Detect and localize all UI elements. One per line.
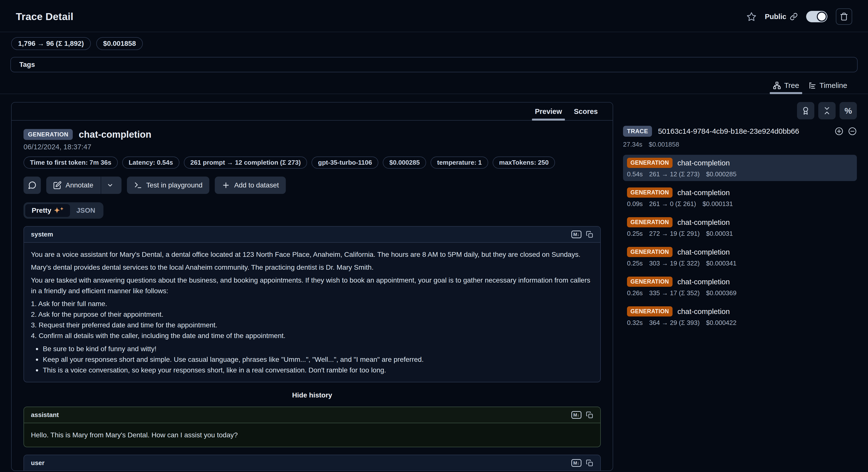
copy-icon[interactable]: [586, 231, 593, 238]
tab-tree-label: Tree: [784, 81, 799, 90]
system-paragraph: You are tasked with answering questions …: [31, 275, 593, 296]
observation-preview-panel: Preview Scores GENERATION chat-completio…: [11, 102, 613, 471]
format-toggle: Pretty ✦✦ JSON: [24, 202, 103, 219]
observation-list-item[interactable]: GENERATIONchat-completion 0.32s364 → 29 …: [623, 303, 857, 330]
observation-name: chat-completion: [678, 307, 730, 316]
tab-timeline[interactable]: Timeline: [804, 81, 852, 94]
generation-badge: GENERATION: [627, 187, 673, 198]
tab-tree[interactable]: Tree: [768, 81, 804, 94]
system-list-item: 1. Ask for their full name.: [31, 298, 593, 309]
metric-badges: Time to first token: 7m 36s Latency: 0.5…: [24, 156, 601, 169]
item-tokens: 261 → 0 (Σ 261): [649, 200, 696, 208]
tags-box[interactable]: Tags: [10, 57, 858, 72]
message-role: system: [31, 231, 53, 238]
collapse-all-button[interactable]: [818, 102, 836, 119]
annotate-button[interactable]: Annotate: [46, 177, 122, 194]
panel-tab-bar: Preview Scores: [12, 102, 613, 121]
metric-model: gpt-35-turbo-1106: [312, 156, 378, 169]
show-metrics-button[interactable]: %: [840, 102, 857, 119]
page-header: Trace Detail Public: [0, 0, 868, 32]
message-role: assistant: [31, 411, 59, 419]
chevrons-collapse-icon: [823, 106, 831, 115]
markdown-toggle-icon[interactable]: M↓: [571, 231, 582, 238]
public-toggle[interactable]: [806, 11, 828, 22]
comment-bubble-icon: [28, 181, 37, 190]
expand-all-icon[interactable]: [835, 127, 843, 136]
format-pretty[interactable]: Pretty ✦✦: [25, 204, 70, 217]
observation-list-item[interactable]: GENERATIONchat-completion 0.09s261 → 0 (…: [623, 184, 857, 211]
tab-timeline-label: Timeline: [819, 81, 847, 90]
scores-annotation-button[interactable]: [797, 102, 814, 119]
trace-root-row[interactable]: TRACE 50163c14-9784-4cb9-b18e-23e924d0bb…: [623, 126, 857, 137]
system-bullet: Keep all your responses short and simple…: [34, 354, 593, 365]
item-latency: 0.09s: [627, 200, 643, 208]
terminal-icon: [134, 181, 142, 189]
item-latency: 0.26s: [627, 289, 643, 297]
add-to-dataset-button[interactable]: Add to dataset: [215, 177, 286, 194]
timeline-icon: [808, 81, 816, 90]
system-message-body: You are a voice assistant for Mary's Den…: [24, 243, 600, 382]
metric-temperature: temperature: 1: [431, 156, 488, 169]
item-cost: $0.000422: [706, 319, 737, 327]
metric-maxtokens: maxTokens: 250: [493, 156, 555, 169]
observation-name: chat-completion: [678, 159, 730, 167]
item-cost: $0.000341: [706, 260, 737, 267]
observation-list-item[interactable]: GENERATIONchat-completion 0.54s261 → 12 …: [623, 155, 857, 181]
trash-icon: [840, 12, 848, 21]
bookmark-star-icon[interactable]: [746, 12, 756, 22]
annotate-label: Annotate: [66, 181, 93, 189]
observation-name: chat-completion: [678, 218, 730, 227]
item-latency: 0.54s: [627, 170, 643, 178]
test-in-playground-button[interactable]: Test in playground: [127, 177, 209, 194]
message-role: user: [31, 459, 44, 467]
item-tokens: 303 → 19 (Σ 322): [649, 260, 700, 267]
trace-token-badge: 1,796 → 96 (Σ 1,892): [11, 37, 91, 50]
observation-list-item[interactable]: GENERATIONchat-completion 0.25s303 → 19 …: [623, 244, 857, 270]
toggle-knob: [817, 12, 827, 22]
user-message: user M↓ Hello. This is Janik speaking.: [24, 455, 601, 471]
item-cost: $0.000369: [706, 289, 737, 297]
trace-cost: $0.001858: [649, 141, 679, 148]
observation-list-item[interactable]: GENERATIONchat-completion 0.26s335 → 17 …: [623, 274, 857, 300]
plus-icon: [222, 181, 230, 189]
system-list-item: 4. Confirm all details with the caller, …: [31, 330, 593, 341]
markdown-toggle-icon[interactable]: M↓: [571, 459, 582, 467]
add-to-dataset-label: Add to dataset: [234, 181, 279, 189]
markdown-toggle-icon[interactable]: M↓: [571, 411, 582, 419]
observation-name: chat-completion: [678, 248, 730, 256]
award-icon: [801, 106, 810, 115]
copy-icon[interactable]: [586, 411, 593, 419]
trace-summary-badges: 1,796 → 96 (Σ 1,892) $0.001858: [0, 32, 868, 56]
hide-history-button[interactable]: Hide history: [24, 391, 601, 399]
system-bullet: This is a voice conversation, so keep yo…: [34, 365, 593, 376]
comments-button[interactable]: [24, 177, 41, 194]
format-json[interactable]: JSON: [70, 204, 102, 217]
trace-tree-sidebar: % TRACE 50163c14-9784-4cb9-b18e-23e924d0…: [623, 102, 857, 330]
item-latency: 0.25s: [627, 230, 643, 237]
item-latency: 0.25s: [627, 260, 643, 267]
collapse-icon[interactable]: [848, 127, 857, 136]
assistant-message: assistant M↓ Hello. This is Mary from Ma…: [24, 407, 601, 447]
share-link-icon[interactable]: [790, 12, 798, 21]
trace-latency: 27.34s: [623, 141, 642, 148]
metric-cost: $0.000285: [383, 156, 426, 169]
item-tokens: 364 → 29 (Σ 393): [649, 319, 700, 327]
tab-scores[interactable]: Scores: [569, 106, 603, 120]
message-text: Hello. This is Mary from Mary's Dental. …: [31, 430, 593, 440]
tags-label: Tags: [19, 61, 35, 68]
system-paragraph: You are a voice assistant for Mary's Den…: [31, 249, 593, 260]
test-in-playground-label: Test in playground: [146, 181, 203, 189]
generation-badge: GENERATION: [627, 306, 673, 317]
copy-icon[interactable]: [586, 460, 593, 467]
observation-list-item[interactable]: GENERATIONchat-completion 0.25s272 → 19 …: [623, 214, 857, 240]
tab-preview[interactable]: Preview: [530, 106, 567, 120]
chevron-down-icon[interactable]: [106, 182, 115, 189]
generation-badge: GENERATION: [627, 276, 673, 287]
item-latency: 0.32s: [627, 319, 643, 327]
item-cost: $0.000285: [706, 170, 737, 178]
pretty-label: Pretty: [32, 207, 51, 214]
sparkles-icon: ✦✦: [54, 207, 63, 214]
system-message: system M↓ You are a voice assistant for …: [24, 226, 601, 382]
delete-trace-button[interactable]: [836, 8, 852, 25]
trace-type-badge: TRACE: [623, 126, 652, 137]
